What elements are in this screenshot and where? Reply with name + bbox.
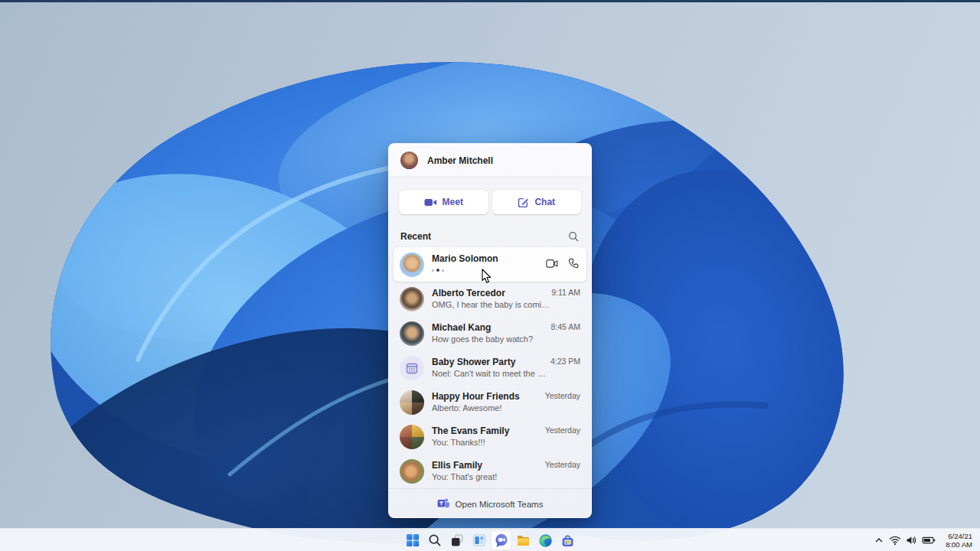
- wifi-icon[interactable]: [887, 531, 903, 549]
- recent-label: Recent: [400, 231, 431, 242]
- conversation-name: Alberto Tercedor: [432, 288, 551, 299]
- conversation-preview: Alberto: Awesome!: [432, 403, 545, 413]
- conversation-preview: How goes the baby watch?: [432, 334, 550, 344]
- audio-call-icon[interactable]: [568, 258, 579, 272]
- conversation-name: Baby Shower Party: [432, 357, 550, 368]
- conversation-row-happy-hour-friends[interactable]: Happy Hour Friends Alberto: Awesome! Yes…: [394, 385, 586, 419]
- conversation-name: Ellis Family: [432, 460, 545, 471]
- volume-icon[interactable]: [903, 531, 920, 549]
- conversation-time: 8:45 AM: [550, 322, 580, 331]
- teams-logo-icon: [437, 497, 449, 512]
- conversation-row-the-evans-family[interactable]: The Evans Family You: Thanks!!! Yesterda…: [394, 419, 586, 454]
- battery-icon[interactable]: [920, 531, 938, 549]
- conversation-name: The Evans Family: [432, 425, 545, 437]
- conversation-time: Yesterday: [545, 391, 580, 400]
- chat-flyout-header: Amber Mitchell: [389, 144, 591, 178]
- avatar: [400, 459, 424, 484]
- typing-indicator: [432, 265, 546, 276]
- avatar: [400, 321, 424, 346]
- avatar: [400, 253, 424, 277]
- video-camera-icon: [424, 197, 437, 208]
- clock[interactable]: 6/24/21 8:00 AM: [942, 530, 975, 550]
- group-avatar: [400, 425, 424, 449]
- tray-date: 6/24/21: [946, 532, 972, 540]
- conversation-row-baby-shower-party[interactable]: Baby Shower Party Noel: Can't wait to me…: [394, 350, 586, 385]
- conversation-time: 4:23 PM: [550, 357, 580, 366]
- compose-icon: [518, 197, 529, 208]
- conversation-row-alberto-tercedor[interactable]: Alberto Tercedor OMG, I hear the baby is…: [394, 282, 586, 316]
- conversation-name: Mario Solomon: [432, 253, 546, 265]
- chat-button-label: Chat: [534, 197, 555, 207]
- group-avatar: [400, 390, 424, 415]
- conversation-name: Michael Kang: [432, 322, 550, 334]
- tray-chevron-icon[interactable]: [871, 531, 887, 549]
- search-icon[interactable]: [567, 230, 580, 243]
- desktop: Amber Mitchell Meet: [0, 0, 980, 551]
- avatar: [400, 287, 424, 311]
- conversation-time: Yesterday: [545, 460, 580, 469]
- conversation-time: Yesterday: [545, 425, 580, 435]
- search-taskbar-icon[interactable]: [424, 530, 445, 550]
- conversation-time: 9:11 AM: [551, 288, 580, 297]
- system-tray: 6/24/21 8:00 AM: [871, 529, 975, 551]
- conversation-preview: OMG, I hear the baby is coming!: [432, 299, 551, 310]
- chat-button[interactable]: Chat: [492, 190, 582, 214]
- quick-actions: Meet Chat: [399, 190, 581, 214]
- tray-time: 8:00 AM: [946, 540, 972, 549]
- conversation-preview: You: Thanks!!!: [432, 437, 545, 448]
- conversation-name: Happy Hour Friends: [432, 391, 545, 403]
- conversation-preview: Noel: Can't wait to meet the new baby!: [432, 368, 550, 379]
- open-teams-label: Open Microsoft Teams: [456, 500, 544, 509]
- letterbox-strip: [0, 0, 980, 2]
- conversation-row-michael-kang[interactable]: Michael Kang How goes the baby watch? 8:…: [394, 316, 586, 350]
- taskbar-center-icons: [401, 529, 579, 551]
- meet-button[interactable]: Meet: [399, 190, 488, 214]
- file-explorer-icon[interactable]: [513, 530, 534, 550]
- recent-section-header: Recent: [400, 230, 580, 242]
- avatar: [400, 152, 418, 169]
- start-button[interactable]: [402, 530, 423, 550]
- current-user-name: Amber Mitchell: [427, 155, 493, 166]
- microsoft-store-icon[interactable]: [557, 530, 578, 550]
- task-view-icon[interactable]: [446, 530, 467, 550]
- taskbar: 6/24/21 8:00 AM: [0, 528, 980, 551]
- widgets-icon[interactable]: [469, 530, 489, 550]
- video-call-icon[interactable]: [546, 258, 558, 272]
- teams-chat-flyout: Amber Mitchell Meet: [388, 143, 592, 518]
- calendar-avatar-icon: [400, 356, 424, 380]
- conversation-list: Mario Solomon: [394, 247, 586, 488]
- edge-browser-icon[interactable]: [535, 530, 556, 550]
- conversation-row-ellis-family[interactable]: Ellis Family You: That's great! Yesterda…: [394, 454, 586, 488]
- meet-button-label: Meet: [443, 197, 463, 207]
- chat-taskbar-icon[interactable]: [491, 530, 511, 550]
- open-teams-button[interactable]: Open Microsoft Teams: [389, 488, 591, 518]
- conversation-row-mario-solomon[interactable]: Mario Solomon: [394, 247, 586, 282]
- conversation-preview: You: That's great!: [432, 471, 545, 482]
